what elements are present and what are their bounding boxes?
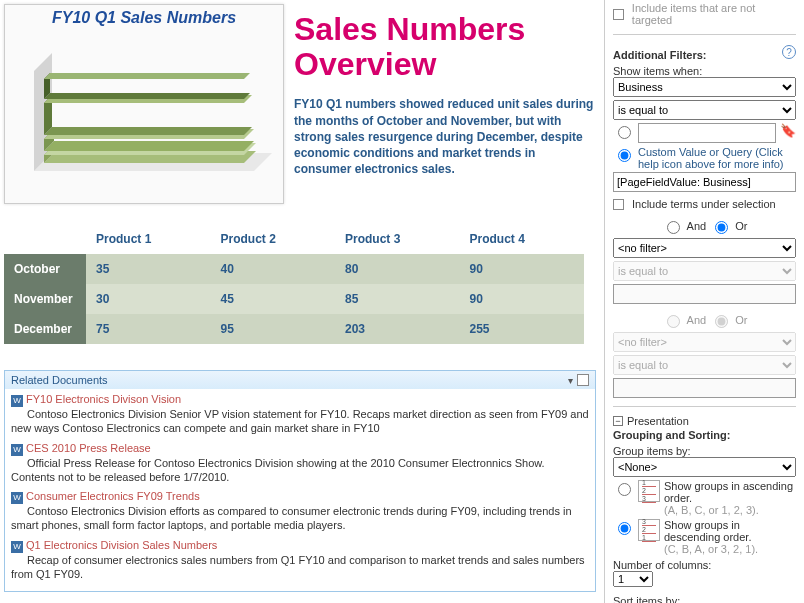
filter3-op-select: is equal to	[613, 355, 796, 375]
and-radio-1[interactable]	[667, 221, 680, 234]
or-radio-1[interactable]	[715, 221, 728, 234]
filter2-value-input	[613, 284, 796, 304]
svg-marker-13	[44, 73, 250, 79]
group-desc-label: Show groups in descending order.	[664, 519, 796, 543]
grouping-sorting-heading: Grouping and Sorting:	[613, 429, 796, 441]
group-desc-example: (C, B, A, or 3, 2, 1).	[664, 543, 796, 555]
word-doc-icon: W	[11, 492, 23, 504]
row-header: November	[4, 284, 86, 314]
and-radio-2	[667, 315, 680, 328]
related-doc-item: WConsumer Electronics FY09 Trends Contos…	[11, 490, 589, 533]
include-terms-checkbox[interactable]	[613, 199, 624, 210]
word-doc-icon: W	[11, 395, 23, 407]
row-header: December	[4, 314, 86, 344]
filter-value-literal-radio[interactable]	[618, 126, 631, 139]
doc-description: Contoso Electronics Division efforts as …	[11, 504, 589, 533]
sort-items-by-label: Sort items by:	[613, 595, 796, 603]
related-doc-item: WQ1 Electronics Division Sales Numbers R…	[11, 539, 589, 582]
filter-field-select[interactable]: Business	[613, 77, 796, 97]
show-items-when-label: Show items when:	[613, 65, 796, 77]
doc-description: Recap of consumer electronics sales numb…	[11, 553, 589, 582]
table-cell: 85	[335, 284, 460, 314]
sales-chart: FY10 Q1 Sales Numbers	[4, 4, 284, 204]
doc-description: Official Press Release for Contoso Elect…	[11, 456, 589, 485]
col-header: Product 2	[211, 224, 336, 254]
collapse-icon[interactable]: −	[613, 416, 623, 426]
related-documents-webpart: Related Documents ▾ WFY10 Electronics Di…	[4, 370, 596, 592]
table-cell: 80	[335, 254, 460, 284]
group-by-select[interactable]: <None>	[613, 457, 796, 477]
table-row: October35408090	[4, 254, 584, 284]
group-asc-example: (A, B, C, or 1, 2, 3).	[664, 504, 796, 516]
row-header: October	[4, 254, 86, 284]
table-cell: 40	[211, 254, 336, 284]
doc-link[interactable]: Consumer Electronics FY09 Trends	[26, 490, 200, 502]
table-cell: 90	[460, 254, 585, 284]
table-cell: 95	[211, 314, 336, 344]
group-desc-radio[interactable]	[618, 522, 631, 535]
col-header: Product 1	[86, 224, 211, 254]
sort-desc-icon: 321	[638, 519, 660, 541]
word-doc-icon: W	[11, 541, 23, 553]
custom-value-label: Custom Value or Query (Click help icon a…	[638, 146, 796, 170]
table-row: December7595203255	[4, 314, 584, 344]
table-cell: 35	[86, 254, 211, 284]
additional-filters-heading: Additional Filters:	[613, 49, 707, 61]
related-doc-item: WFY10 Electronics Divison Vision Contoso…	[11, 393, 589, 436]
table-cell: 75	[86, 314, 211, 344]
doc-link[interactable]: CES 2010 Press Release	[26, 442, 151, 454]
help-icon[interactable]: ?	[782, 45, 796, 59]
table-cell: 203	[335, 314, 460, 344]
svg-marker-8	[44, 127, 252, 135]
num-columns-select[interactable]: 1	[613, 571, 653, 587]
filter2-op-select: is equal to	[613, 261, 796, 281]
svg-marker-11	[44, 93, 250, 99]
num-columns-label: Number of columns:	[613, 559, 796, 571]
col-header: Product 3	[335, 224, 460, 254]
chart-title: FY10 Q1 Sales Numbers	[5, 5, 283, 31]
chart-graphic	[14, 31, 274, 191]
table-cell: 45	[211, 284, 336, 314]
word-doc-icon: W	[11, 444, 23, 456]
related-doc-item: WCES 2010 Press Release Official Press R…	[11, 442, 589, 485]
sales-table: Product 1 Product 2 Product 3 Product 4 …	[4, 224, 584, 344]
webpart-checkbox[interactable]	[577, 374, 589, 386]
include-not-targeted-label: Include items that are not targeted	[632, 2, 796, 26]
filter-value-input[interactable]	[638, 123, 776, 143]
doc-description: Contoso Electronics Division Senior VP v…	[11, 407, 589, 436]
svg-marker-5	[44, 141, 254, 151]
presentation-heading: Presentation	[627, 415, 689, 427]
filter2-field-select[interactable]: <no filter>	[613, 238, 796, 258]
doc-link[interactable]: Q1 Electronics Division Sales Numbers	[26, 539, 217, 551]
sort-asc-icon: 123	[638, 480, 660, 502]
related-docs-title: Related Documents	[11, 374, 108, 386]
tag-browse-icon[interactable]: 🔖	[780, 123, 796, 138]
page-description: FY10 Q1 numbers showed reduced unit sale…	[294, 96, 596, 177]
table-row: November30458590	[4, 284, 584, 314]
doc-link[interactable]: FY10 Electronics Divison Vision	[26, 393, 181, 405]
or-radio-2	[715, 315, 728, 328]
page-title: Sales Numbers Overview	[294, 12, 596, 82]
table-cell: 30	[86, 284, 211, 314]
filter3-field-select: <no filter>	[613, 332, 796, 352]
group-items-by-label: Group items by:	[613, 445, 796, 457]
table-cell: 90	[460, 284, 585, 314]
col-header: Product 4	[460, 224, 585, 254]
filter-op-select[interactable]: is equal to	[613, 100, 796, 120]
group-asc-label: Show groups in ascending order.	[664, 480, 796, 504]
filter3-value-input	[613, 378, 796, 398]
include-not-targeted-checkbox[interactable]	[613, 9, 624, 20]
group-asc-radio[interactable]	[618, 483, 631, 496]
filter-value-custom-radio[interactable]	[618, 149, 631, 162]
include-terms-label: Include terms under selection	[632, 198, 776, 210]
custom-value-input[interactable]	[613, 172, 796, 192]
table-cell: 255	[460, 314, 585, 344]
chevron-down-icon[interactable]: ▾	[568, 375, 573, 386]
